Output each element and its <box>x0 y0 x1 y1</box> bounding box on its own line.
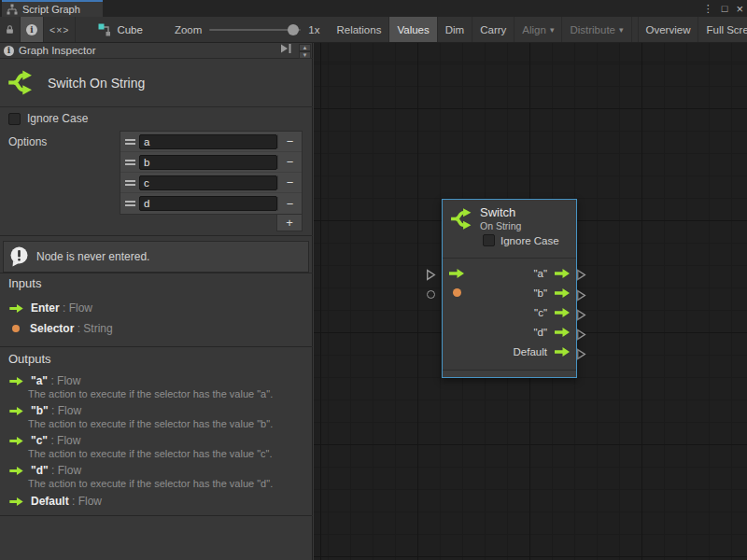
output-doc-desc: The action to execute if the selector ha… <box>28 418 273 429</box>
dim-button[interactable]: Dim <box>438 17 472 42</box>
flow-out-port-icon[interactable] <box>555 347 570 357</box>
option-value-field[interactable]: a <box>139 134 277 149</box>
inspector-toggle-button[interactable]: i <box>21 17 44 42</box>
info-icon: i <box>4 46 14 56</box>
remove-option-button[interactable]: − <box>277 134 302 148</box>
unity-script-graph-window: Script Graph ⋮ □ × i <×> Cube Zoom 1x Re… <box>0 0 747 560</box>
scroll-down-icon[interactable]: ▼ <box>299 51 311 59</box>
external-flow-port-icon[interactable] <box>576 348 586 360</box>
external-flow-port-icon[interactable] <box>576 329 586 341</box>
flow-out-port-icon[interactable] <box>555 328 570 337</box>
relations-button[interactable]: Relations <box>329 17 389 42</box>
values-button[interactable]: Values <box>389 17 437 42</box>
value-port-icon <box>12 325 20 332</box>
flow-out-port-icon[interactable] <box>555 308 570 317</box>
enter-port-icon[interactable] <box>449 269 464 278</box>
script-graph-asset-icon <box>98 23 111 36</box>
remove-option-button[interactable]: − <box>277 175 302 189</box>
flow-port-icon <box>9 467 23 475</box>
output-doc-row: Default : Flow <box>9 495 102 508</box>
output-doc-row: "d" : Flow <box>9 464 81 477</box>
remove-option-button[interactable]: − <box>277 155 302 169</box>
dock-panel-icon[interactable] <box>280 44 292 53</box>
zoom-slider[interactable] <box>209 29 301 31</box>
node-subtitle: On String <box>480 220 521 231</box>
node-header[interactable]: Switch On String Ignore Case <box>443 200 576 259</box>
maximize-icon[interactable]: □ <box>722 3 728 14</box>
switch-icon <box>7 69 35 96</box>
drag-handle-icon[interactable] <box>120 139 139 145</box>
remove-option-button[interactable]: − <box>277 197 302 211</box>
option-row: b − <box>120 152 302 173</box>
panel-scrollbar: ▲ ▼ <box>299 44 311 59</box>
edit-code-button[interactable]: <×> <box>44 17 76 42</box>
option-value-field[interactable]: b <box>139 155 277 170</box>
output-doc-row: "c" : Flow <box>9 434 80 447</box>
flow-port-icon <box>9 437 23 445</box>
graph-canvas[interactable]: Switch On String Ignore Case "a" <box>314 43 747 560</box>
warning-box: Node is never entered. <box>3 241 309 273</box>
warning-icon <box>9 246 29 267</box>
selector-port-icon[interactable] <box>453 288 461 297</box>
zoom-value: 1x <box>308 24 319 35</box>
drag-handle-icon[interactable] <box>120 201 139 206</box>
warning-text: Node is never entered. <box>36 250 149 263</box>
distribute-button[interactable]: Distribute▾ <box>562 17 631 42</box>
external-value-port-icon[interactable] <box>427 290 435 299</box>
info-icon: i <box>26 24 37 35</box>
full-screen-button[interactable]: Full Screen <box>698 17 747 42</box>
external-flow-port-icon[interactable] <box>576 309 586 321</box>
overview-button[interactable]: Overview <box>638 17 699 42</box>
flow-out-port-icon[interactable] <box>555 288 570 298</box>
scroll-up-icon[interactable]: ▲ <box>299 44 311 51</box>
option-row: d − <box>120 193 302 214</box>
lock-button[interactable] <box>0 17 21 42</box>
port-label: "c" <box>534 307 547 318</box>
outputs-heading: Outputs <box>8 352 51 366</box>
options-list: a − b − c − d − <box>120 131 303 215</box>
lock-icon <box>6 23 14 35</box>
unit-title-section: Switch On String <box>0 59 313 107</box>
input-doc-row: Selector : String <box>9 322 113 335</box>
graph-breadcrumb[interactable]: Cube <box>76 17 152 42</box>
output-doc-desc: The action to execute if the selector ha… <box>28 448 273 459</box>
zoom-slider-handle[interactable] <box>288 24 299 35</box>
switch-icon <box>450 207 473 231</box>
port-label: Default <box>514 346 547 357</box>
switch-on-string-node[interactable]: Switch On String Ignore Case "a" <box>442 199 577 378</box>
inspector-header: i Graph Inspector ▲ ▼ <box>0 43 313 59</box>
output-doc-row: "b" : Flow <box>9 404 81 417</box>
graph-inspector-panel: i Graph Inspector ▲ ▼ Switch On String I… <box>0 43 313 560</box>
tab-label: Script Graph <box>22 4 80 15</box>
external-flow-port-icon[interactable] <box>576 289 586 301</box>
inspector-header-title: Graph Inspector <box>19 45 95 56</box>
flow-port-icon <box>9 377 23 385</box>
carry-button[interactable]: Carry <box>472 17 514 42</box>
graph-name: Cube <box>117 24 143 35</box>
option-value-field[interactable]: d <box>139 196 277 211</box>
tab-script-graph[interactable]: Script Graph <box>2 0 103 17</box>
window-menu-icon[interactable]: ⋮ <box>703 3 713 15</box>
option-value-field[interactable]: c <box>139 175 277 190</box>
external-flow-port-icon[interactable] <box>576 269 586 281</box>
unit-title: Switch On String <box>48 76 145 91</box>
flow-port-icon <box>9 497 23 506</box>
code-icon: <×> <box>49 24 69 35</box>
node-ignore-case-label: Ignore Case <box>500 235 559 246</box>
ignore-case-checkbox[interactable] <box>8 113 21 125</box>
add-option-button[interactable]: + <box>276 215 303 231</box>
node-ignore-case-checkbox[interactable] <box>483 234 495 246</box>
flow-out-port-icon[interactable] <box>555 269 570 278</box>
options-label: Options <box>8 135 47 148</box>
align-button[interactable]: Align▾ <box>514 17 562 42</box>
ignore-case-label: Ignore Case <box>27 112 88 125</box>
port-label: "b" <box>533 287 547 299</box>
inputs-heading: Inputs <box>8 276 41 290</box>
drag-handle-icon[interactable] <box>120 180 139 186</box>
close-icon[interactable]: × <box>736 2 743 16</box>
node-title: Switch <box>480 205 521 219</box>
zoom-control: Zoom 1x <box>152 17 330 42</box>
graph-tab-icon <box>7 4 18 15</box>
drag-handle-icon[interactable] <box>120 160 139 165</box>
external-flow-port-icon[interactable] <box>426 269 436 281</box>
